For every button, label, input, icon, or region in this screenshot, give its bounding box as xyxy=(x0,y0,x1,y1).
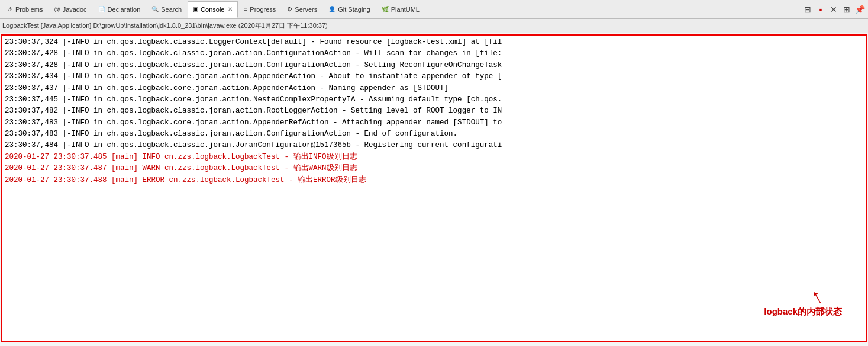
progress-icon: ≡ xyxy=(244,6,247,12)
log-line: 23:30:37,483 |-INFO in ch.qos.logback.cl… xyxy=(5,129,863,140)
tab-console[interactable]: ▣ Console ✕ xyxy=(188,1,238,18)
tab-plantuml[interactable]: 🌿 PlantUML xyxy=(376,1,425,18)
view-menu-button[interactable]: ⊞ xyxy=(841,4,853,15)
log-line: 23:30:37,484 |-INFO in ch.qos.logback.cl… xyxy=(5,140,863,151)
tab-problems-label: Problems xyxy=(15,6,43,13)
tab-search-label: Search xyxy=(161,6,182,13)
log-line: 23:30:37,428 |-INFO in ch.qos.logback.cl… xyxy=(5,48,863,59)
log-line: 23:30:37,483 |-INFO in ch.qos.logback.co… xyxy=(5,117,863,129)
tab-plantuml-label: PlantUML xyxy=(391,6,420,13)
javadoc-icon: @ xyxy=(54,6,60,12)
search-icon: 🔍 xyxy=(151,6,159,12)
tab-declaration[interactable]: 📄 Declaration xyxy=(93,1,146,18)
tab-progress[interactable]: ≡ Progress xyxy=(238,1,281,18)
tab-problems[interactable]: ⚠ Problems xyxy=(2,1,48,18)
console-close-icon[interactable]: ✕ xyxy=(228,6,233,12)
tab-bar: ⚠ Problems @ Javadoc 📄 Declaration 🔍 Sea… xyxy=(0,0,868,19)
plantuml-icon: 🌿 xyxy=(382,6,389,12)
tab-javadoc-label: Javadoc xyxy=(63,6,87,13)
log-line: 2020-01-27 23:30:37.487 [main] WARN cn.z… xyxy=(5,163,863,174)
tab-search[interactable]: 🔍 Search xyxy=(146,1,187,18)
tab-git-staging-label: Git Staging xyxy=(338,6,370,13)
tab-console-label: Console xyxy=(201,6,224,13)
log-content[interactable]: 23:30:37,324 |-INFO in ch.qos.logback.cl… xyxy=(2,36,866,341)
console-icon: ▣ xyxy=(193,6,198,12)
servers-icon: ⚙ xyxy=(287,6,292,12)
console-toolbar: LogbackTest [Java Application] D:\growUp… xyxy=(0,19,868,33)
log-line: 2020-01-27 23:30:37.488 [main] ERROR cn.… xyxy=(5,175,863,186)
tab-progress-label: Progress xyxy=(250,6,276,13)
close-view-button[interactable]: ✕ xyxy=(828,4,840,15)
tab-javadoc[interactable]: @ Javadoc xyxy=(49,1,92,18)
tab-servers-label: Servers xyxy=(295,6,317,13)
maximize-button[interactable]: ▪ xyxy=(815,4,827,15)
minimize-button[interactable]: ⊟ xyxy=(802,4,814,15)
tab-declaration-label: Declaration xyxy=(108,6,141,13)
problems-icon: ⚠ xyxy=(8,6,13,12)
log-line: 23:30:37,482 |-INFO in ch.qos.logback.cl… xyxy=(5,105,863,117)
log-line: 23:30:37,434 |-INFO in ch.qos.logback.co… xyxy=(5,71,863,82)
log-line: 23:30:37,428 |-INFO in ch.qos.logback.cl… xyxy=(5,60,863,71)
console-session-label: LogbackTest [Java Application] D:\growUp… xyxy=(2,21,866,30)
git-staging-icon: 👤 xyxy=(328,6,335,12)
tab-servers[interactable]: ⚙ Servers xyxy=(282,1,322,18)
pin-button[interactable]: 📌 xyxy=(854,4,866,15)
log-line: 2020-01-27 23:30:37.485 [main] INFO cn.z… xyxy=(5,152,863,163)
tab-git-staging[interactable]: 👤 Git Staging xyxy=(323,1,375,18)
console-area: 23:30:37,324 |-INFO in ch.qos.logback.cl… xyxy=(1,34,867,342)
log-line: 23:30:37,445 |-INFO in ch.qos.logback.co… xyxy=(5,94,863,105)
declaration-icon: 📄 xyxy=(98,6,105,12)
log-line: 23:30:37,437 |-INFO in ch.qos.logback.co… xyxy=(5,83,863,94)
log-line: 23:30:37,324 |-INFO in ch.qos.logback.cl… xyxy=(5,37,863,48)
